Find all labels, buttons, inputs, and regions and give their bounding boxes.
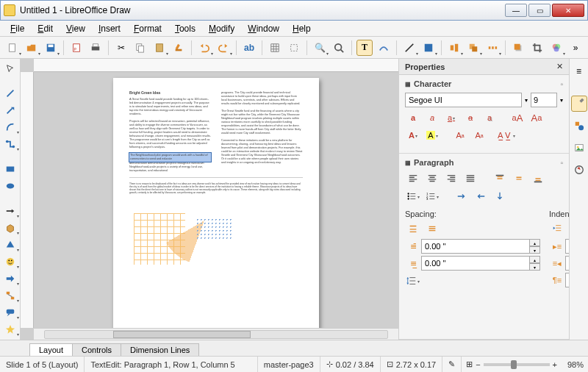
zoom-slider[interactable] xyxy=(484,363,550,366)
space-above-field[interactable]: ≡̄▴▾ xyxy=(405,239,540,254)
redo-button[interactable]: ▾ xyxy=(215,40,232,56)
menu-format[interactable]: Format xyxy=(128,22,168,35)
decrease-spacing-button[interactable] xyxy=(424,221,440,236)
increase-spacing-button[interactable] xyxy=(405,221,421,236)
fit-page-button[interactable]: ⊞ xyxy=(466,360,473,369)
save-button[interactable]: ▾ xyxy=(43,40,59,56)
italic-button[interactable]: a xyxy=(424,110,440,125)
status-master[interactable]: master-page3 xyxy=(258,357,320,372)
strikethrough-button[interactable]: a xyxy=(462,110,478,125)
properties-tab[interactable] xyxy=(571,96,587,112)
zoom-page-button[interactable] xyxy=(331,40,347,56)
clone-format-button[interactable] xyxy=(171,40,187,56)
gallery-tab[interactable] xyxy=(571,140,587,156)
helplines-button[interactable] xyxy=(286,40,302,56)
bullets-button[interactable]: ▾ xyxy=(405,189,421,204)
menu-file[interactable]: File xyxy=(4,22,30,35)
line-color-button[interactable]: ▾ xyxy=(401,40,417,56)
zoom-value[interactable]: 98% xyxy=(560,360,584,369)
align-objects-button[interactable]: ▾ xyxy=(446,40,462,56)
scrollbar-horizontal[interactable] xyxy=(34,328,398,340)
distribute-button[interactable]: ▾ xyxy=(484,40,501,56)
font-name-input[interactable] xyxy=(405,93,522,107)
menu-tools[interactable]: Tools xyxy=(169,22,201,35)
fontwork-button[interactable] xyxy=(376,40,392,56)
zoom-in-button[interactable]: + xyxy=(553,360,557,369)
tab-layout[interactable]: Layout xyxy=(29,343,73,356)
font-color-button[interactable]: A▾ xyxy=(405,128,421,143)
drawing-canvas[interactable]: Bright Green Idea A Great Seattle fund w… xyxy=(34,72,398,328)
panel-close-button[interactable]: ✕ xyxy=(556,62,563,71)
char-spacing-button[interactable]: A̲V̲▾ xyxy=(499,128,515,143)
increase-indent-button[interactable] xyxy=(549,221,565,236)
ltr-button[interactable] xyxy=(453,189,470,204)
export-pdf-button[interactable]: P xyxy=(68,40,85,56)
stars-tool[interactable]: ▾ xyxy=(2,323,18,337)
ruler-horizontal[interactable] xyxy=(34,59,398,72)
tab-controls[interactable]: Controls xyxy=(72,343,121,356)
curve-tool[interactable]: ▾ xyxy=(2,121,18,135)
symbol-shapes-tool[interactable]: ▾ xyxy=(2,255,18,269)
menu-insert[interactable]: Insert xyxy=(93,22,126,35)
rectangle-tool[interactable] xyxy=(2,162,18,176)
undo-button[interactable]: ▾ xyxy=(196,40,212,56)
flowchart-tool[interactable]: ▾ xyxy=(2,289,18,303)
ellipse-tool[interactable] xyxy=(2,179,18,193)
section-more-button[interactable]: ▫ xyxy=(560,80,563,88)
crop-button[interactable] xyxy=(529,40,545,56)
valign-bottom-button[interactable] xyxy=(530,171,546,186)
menu-help[interactable]: Help xyxy=(287,22,317,35)
rtl-button[interactable] xyxy=(473,189,489,204)
basic-shapes-tool[interactable]: ▾ xyxy=(2,238,18,252)
align-justify-button[interactable] xyxy=(462,171,478,186)
page[interactable]: Bright Green Idea A Great Seattle fund w… xyxy=(113,78,319,328)
superscript-button[interactable]: Aa xyxy=(452,128,468,143)
tab-dimension-lines[interactable]: Dimension Lines xyxy=(121,343,199,356)
size-dropdown-icon[interactable]: ▾ xyxy=(560,97,563,104)
grid-button[interactable] xyxy=(267,40,283,56)
new-button[interactable]: ▾ xyxy=(4,40,21,56)
paste-button[interactable]: ▾ xyxy=(151,40,168,56)
subscript-button[interactable]: Aa xyxy=(471,128,487,143)
shadow-text-button[interactable]: a xyxy=(481,110,498,125)
fill-color-button[interactable]: ▾ xyxy=(420,40,437,56)
menu-edit[interactable]: Edit xyxy=(32,22,59,35)
align-right-button[interactable] xyxy=(443,171,459,186)
numbering-button[interactable]: 123▾ xyxy=(424,189,440,204)
line-spacing-button[interactable]: ▾ xyxy=(405,273,421,288)
toolbar-overflow[interactable]: » xyxy=(567,40,584,56)
line-tool[interactable] xyxy=(2,87,18,101)
highlight-color-button[interactable]: A▾ xyxy=(424,128,440,143)
zoom-button[interactable]: 🔍▾ xyxy=(312,40,328,56)
copy-button[interactable] xyxy=(132,40,148,56)
close-button[interactable]: ✕ xyxy=(552,4,584,17)
open-button[interactable]: ▾ xyxy=(24,40,40,56)
increase-size-button[interactable]: aA xyxy=(509,110,526,125)
arrange-button[interactable]: ▾ xyxy=(465,40,481,56)
space-below-field[interactable]: ≡̲▴▾ xyxy=(405,256,540,271)
sidebar-settings-button[interactable]: ≡ xyxy=(571,63,587,79)
menu-window[interactable]: Window xyxy=(242,22,285,35)
ruler-vertical[interactable] xyxy=(21,72,34,328)
textbox-button[interactable]: T xyxy=(356,40,373,56)
navigator-tab[interactable] xyxy=(571,162,587,178)
minimize-button[interactable]: — xyxy=(505,4,527,17)
callouts-tool[interactable]: ▾ xyxy=(2,306,18,320)
spellcheck-button[interactable]: ab xyxy=(241,40,257,56)
cut-button[interactable]: ✂ xyxy=(113,40,129,56)
valign-center-button[interactable] xyxy=(511,171,527,186)
selected-text[interactable]: The Neighbourhood pilot program would wo… xyxy=(129,153,211,162)
align-left-button[interactable] xyxy=(405,171,421,186)
lines-arrows-tool[interactable]: ▾ xyxy=(2,204,18,218)
print-button[interactable] xyxy=(87,40,104,56)
menu-view[interactable]: View xyxy=(60,22,91,35)
decrease-size-button[interactable]: Aa xyxy=(528,110,545,125)
maximize-button[interactable]: ▭ xyxy=(528,4,551,17)
valign-top-button[interactable] xyxy=(492,171,508,186)
shapes-tab[interactable] xyxy=(571,118,587,134)
arrow-tool[interactable] xyxy=(2,104,18,118)
connector-tool[interactable]: ▾ xyxy=(2,137,18,151)
font-dropdown-icon[interactable]: ▾ xyxy=(525,97,528,104)
scrollbar-thumb[interactable] xyxy=(113,331,250,338)
align-center-button[interactable] xyxy=(424,171,440,186)
